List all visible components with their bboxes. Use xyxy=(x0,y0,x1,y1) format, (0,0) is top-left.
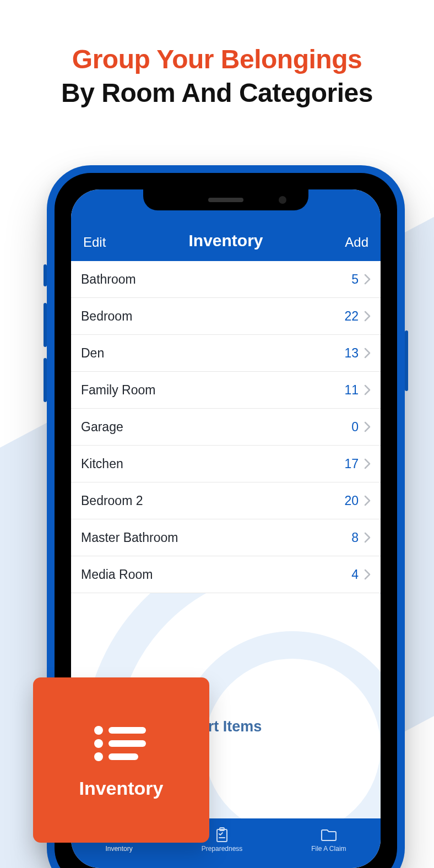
headline-line1: Group Your Belongings xyxy=(0,44,434,74)
phone-camera xyxy=(279,196,286,204)
phone-button-power xyxy=(405,330,408,391)
tab-label: File A Claim xyxy=(311,845,346,853)
callout-label: Inventory xyxy=(79,778,163,799)
phone-button-vol-up xyxy=(44,303,47,347)
svg-rect-13 xyxy=(109,753,138,760)
room-name: Media Room xyxy=(81,567,351,582)
svg-point-8 xyxy=(94,726,103,735)
room-list: Bathroom5Bedroom22Den13Family Room11Gara… xyxy=(71,261,381,593)
chevron-right-icon xyxy=(364,495,371,506)
room-count: 13 xyxy=(344,346,359,361)
phone-button-silence xyxy=(44,264,47,286)
room-name: Den xyxy=(81,346,344,361)
chevron-right-icon xyxy=(364,569,371,580)
chevron-right-icon xyxy=(364,311,371,322)
svg-rect-11 xyxy=(109,740,146,747)
chevron-right-icon xyxy=(364,274,371,285)
room-name: Bedroom xyxy=(81,309,344,324)
svg-point-12 xyxy=(94,752,103,761)
tab-label: Preparedness xyxy=(202,845,243,853)
chevron-right-icon xyxy=(364,384,371,395)
room-row[interactable]: Family Room11 xyxy=(71,372,381,409)
edit-button[interactable]: Edit xyxy=(83,235,106,250)
room-name: Bathroom xyxy=(81,272,351,287)
add-button[interactable]: Add xyxy=(345,235,368,250)
room-count: 8 xyxy=(351,530,359,545)
room-row[interactable]: Master Bathroom8 xyxy=(71,519,381,556)
room-row[interactable]: Bedroom 220 xyxy=(71,482,381,519)
page-title: Inventory xyxy=(71,231,381,250)
inventory-callout-badge: Inventory xyxy=(33,677,209,843)
room-count: 0 xyxy=(351,420,359,435)
room-row[interactable]: Garage0 xyxy=(71,409,381,446)
tab-file-a-claim[interactable]: File A Claim xyxy=(311,826,346,853)
chevron-right-icon xyxy=(364,532,371,543)
chevron-right-icon xyxy=(364,421,371,432)
room-name: Bedroom 2 xyxy=(81,493,344,508)
list-icon xyxy=(91,721,151,766)
phone-notch xyxy=(143,189,308,210)
chevron-right-icon xyxy=(364,348,371,359)
room-count: 4 xyxy=(351,567,359,582)
file-a-claim-icon xyxy=(319,826,338,843)
room-row[interactable]: Media Room4 xyxy=(71,556,381,593)
tab-label: Inventory xyxy=(105,845,132,853)
phone-button-vol-down xyxy=(44,358,47,402)
room-name: Kitchen xyxy=(81,457,344,471)
svg-rect-9 xyxy=(109,727,146,734)
room-count: 5 xyxy=(351,272,359,287)
room-count: 20 xyxy=(344,493,359,508)
promo-headline: Group Your Belongings By Room And Catego… xyxy=(0,44,434,108)
room-count: 11 xyxy=(344,383,359,398)
room-name: Garage xyxy=(81,420,351,435)
phone-speaker xyxy=(208,198,243,202)
svg-point-10 xyxy=(94,739,103,748)
headline-line2: By Room And Categories xyxy=(0,78,434,108)
preparedness-icon xyxy=(213,826,231,843)
room-name: Master Bathroom xyxy=(81,530,351,545)
room-row[interactable]: Kitchen17 xyxy=(71,446,381,482)
chevron-right-icon xyxy=(364,458,371,469)
room-row[interactable]: Den13 xyxy=(71,335,381,372)
room-row[interactable]: Bathroom5 xyxy=(71,261,381,298)
room-row[interactable]: Bedroom22 xyxy=(71,298,381,335)
room-count: 22 xyxy=(344,309,359,324)
room-count: 17 xyxy=(344,457,359,471)
room-name: Family Room xyxy=(81,383,344,398)
